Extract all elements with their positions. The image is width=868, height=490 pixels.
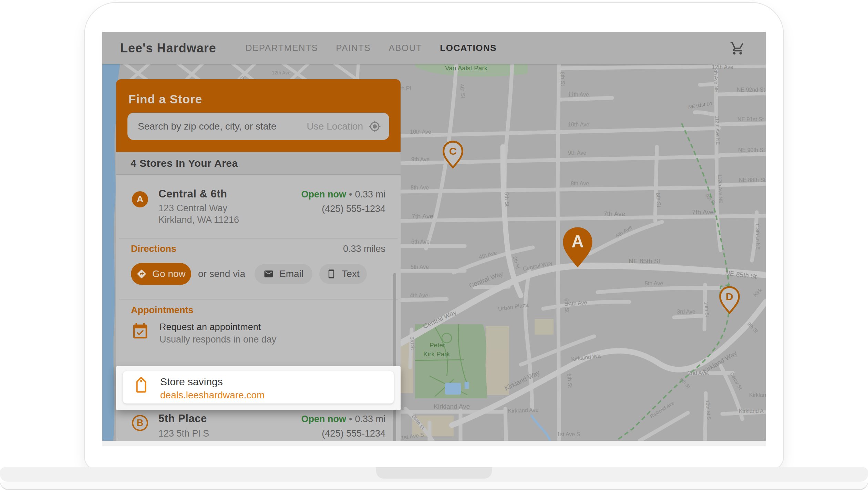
map-label-8th-ave-w: 8th Ave (411, 185, 429, 191)
nav-link-about[interactable]: ABOUT (389, 43, 422, 53)
park-pond (445, 383, 461, 395)
map-label-7th-ave-e: 7th Ave (692, 208, 714, 216)
map-label-7th-ave-m: 7th Ave (603, 210, 625, 217)
bullet-separator: • (346, 414, 355, 424)
map-label-th-pl: th Pl (400, 85, 411, 91)
map-label-8th-st: 8th St (655, 193, 662, 207)
nav-link-locations[interactable]: LOCATIONS (440, 43, 497, 53)
tag-icon (129, 375, 154, 399)
store-a-phone[interactable]: (425) 555-1234 (322, 204, 385, 214)
directions-title: Directions (131, 244, 176, 254)
store-a-address1: 123 Central Way (158, 203, 227, 214)
map-label-ne-88th: NE 88th St (739, 177, 766, 183)
laptop-notch (376, 467, 492, 479)
map-label-9th-ave-e: 9th Ave (568, 150, 586, 156)
map-label-3rd-st: 3rd St (409, 337, 416, 350)
nav-link-paints[interactable]: PAINTS (336, 43, 371, 53)
or-send-via-label: or send via (198, 268, 245, 279)
email-button[interactable]: Email (255, 264, 312, 284)
calendar-check-icon (131, 322, 149, 341)
map-label-12th-ave-ne: 2th Ave NE (713, 68, 719, 92)
email-label: Email (279, 268, 303, 279)
store-a-distance: 0.33 mi (355, 189, 385, 200)
map-label-5th-ave-w: 5th Ave (411, 264, 429, 270)
smartphone-icon (327, 269, 336, 279)
map-label-5th-ave-m: 5th Ave (645, 280, 663, 286)
store-savings-card[interactable]: Store savings deals.leeshardware.com (123, 371, 394, 404)
page: Van Aalst Park th Pl 11th 12th Ave 12th … (0, 0, 868, 490)
crosshair-icon (369, 120, 381, 133)
panel-scrollbar[interactable] (393, 273, 396, 441)
divider (119, 299, 398, 299)
stores-in-area-header: 4 Stores In Your Area (116, 152, 401, 175)
go-now-button[interactable]: Go now (131, 263, 191, 285)
map-label-8th-ave-e: 8th Ave (571, 181, 589, 186)
map-label-7th-ave-w: 7th Ave (412, 213, 433, 220)
shopping-cart-icon[interactable] (730, 41, 745, 56)
appointments-title: Appointments (131, 305, 194, 316)
map-label-ne-91st: NE 91st St (737, 116, 764, 122)
map-label-5th-st: 5th St (504, 192, 510, 207)
store-a-name[interactable]: Central & 6th (158, 188, 227, 200)
pin-c-letter: C (449, 145, 457, 157)
store-a-address2: Kirkland, WA 11216 (158, 215, 239, 225)
map-label-3rd-ave: 3rd Ave (677, 309, 695, 315)
email-icon (264, 269, 274, 279)
use-location-label: Use Location (307, 121, 363, 132)
map-label-kirk-park: Kirk Park (423, 350, 450, 358)
store-savings-link[interactable]: deals.leeshardware.com (160, 390, 265, 401)
map-label-113th-ln-ne: 113th Ln NE (755, 223, 761, 250)
map-label-6th-ave-w: 6th Ave (411, 239, 430, 245)
top-nav: Lee's Hardware DEPARTMENTS PAINTS ABOUT … (102, 32, 766, 64)
go-now-label: Go now (152, 268, 186, 279)
store-a-badge: A (132, 191, 148, 207)
map-label-kirkland-ave-m: Kirkland Ave (508, 407, 539, 414)
map-label-kirkland-ave-w: Kirkland Ave (434, 403, 470, 410)
store-b-open-status: Open now (301, 414, 347, 424)
text-button[interactable]: Text (319, 264, 367, 284)
map-label-112th-ave-ne-2: 112th Ave NE (717, 174, 724, 204)
request-appointment-link[interactable]: Request an appointment (159, 322, 261, 333)
map-label-12th-ave-west: 12th Ave (272, 70, 290, 75)
nav-links: DEPARTMENTS PAINTS ABOUT LOCATIONS (246, 43, 497, 53)
use-location-button[interactable]: Use Location (307, 120, 381, 133)
map-label-11th-ave: 11th Ave (568, 92, 589, 98)
text-label: Text (342, 268, 359, 279)
store-search-box: Use Location (127, 113, 389, 140)
bullet-separator: • (346, 189, 355, 200)
store-b-phone[interactable]: (425) 555-1234 (322, 428, 385, 439)
store-a-status-line: Open now•0.33 mi (301, 189, 386, 200)
store-savings-spotlight: Store savings deals.leeshardware.com (116, 366, 401, 410)
map-label-10th-ave-e: 10th Ave (568, 122, 589, 127)
map-label-9th-ave-w: 9th Ave (411, 156, 430, 162)
store-a-open-status: Open now (301, 189, 347, 200)
store-b-badge: B (132, 415, 148, 431)
map-label-10th-ave-w: 10th Ave (410, 129, 431, 135)
search-input[interactable] (137, 121, 307, 132)
map-label-peter: Peter (430, 341, 445, 349)
browser-bottom-strip (102, 441, 766, 446)
nav-link-departments[interactable]: DEPARTMENTS (246, 43, 318, 53)
map-label-ne-90th: NE 90th St (738, 147, 765, 153)
pin-a-letter: A (571, 232, 584, 251)
divider (119, 238, 398, 238)
park-pond-small (465, 382, 469, 389)
laptop-base (0, 482, 868, 490)
pin-d-letter: D (726, 291, 733, 302)
store-b-address1: 123 5th Pl S (158, 428, 209, 439)
map-label-6th-st-top: 6th St (559, 71, 566, 86)
panel-header: Find a Store Use Location (116, 79, 401, 152)
map-label-6th-st-s: 6th St (566, 373, 573, 388)
store-locator-panel: Find a Store Use Location 4 Stores In Yo… (116, 79, 401, 441)
map-label-4th-ave-w: 4th Ave (410, 293, 428, 298)
appointment-response-note: Usually responds in one day (159, 334, 276, 345)
map-label-6th-st-mid: 6th St (564, 298, 570, 313)
map-label-van-aalst-park: Van Aalst Park (445, 64, 488, 72)
directions-icon (136, 269, 147, 279)
map-label-1st-ave-s-e: 1st Ave S (557, 431, 580, 437)
map-label-112th-ave-ne-1: 112th Ave NE (714, 116, 721, 145)
store-b-status-line: Open now•0.33 mi (301, 414, 386, 425)
store-b-name[interactable]: 5th Place (158, 412, 207, 425)
directions-distance: 0.33 miles (343, 244, 385, 254)
brand-logo[interactable]: Lee's Hardware (120, 41, 216, 55)
